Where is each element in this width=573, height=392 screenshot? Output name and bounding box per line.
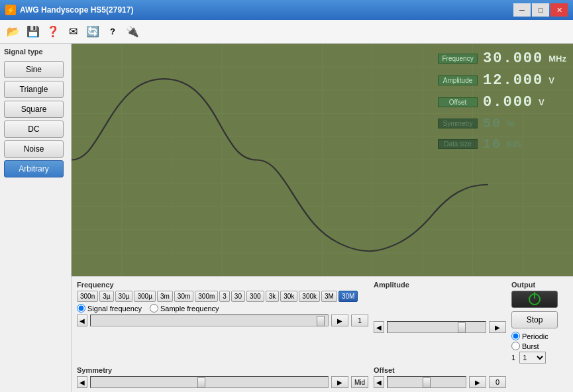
open-button[interactable]: 📂	[4, 23, 23, 41]
amplitude-section: Amplitude ◀ ▶	[374, 281, 506, 333]
sym-section-label: Symmetry	[77, 366, 368, 374]
network-button[interactable]: 🔌	[123, 23, 142, 41]
minimize-button[interactable]: ─	[513, 3, 531, 17]
signal-noise-button[interactable]: Noise	[4, 140, 64, 158]
symmetry-info-row: Symmetry 50 %	[438, 116, 566, 131]
off-slider-right-btn[interactable]: ▶	[469, 376, 486, 388]
freq-3m-btn[interactable]: 3m	[157, 291, 173, 302]
freq-30m-btn[interactable]: 30m	[174, 291, 193, 302]
freq-300-btn[interactable]: 300	[246, 291, 264, 302]
symmetry-label: Symmetry	[438, 119, 478, 128]
symmetry-unit: %	[507, 119, 515, 128]
amp-slider-left-arrow[interactable]: ◀	[374, 321, 384, 333]
freq-300u-btn[interactable]: 300µ	[134, 291, 155, 302]
email-button[interactable]: ✉	[64, 23, 82, 41]
maximize-button[interactable]: □	[532, 3, 549, 17]
sample-freq-radio[interactable]	[150, 304, 158, 313]
burst-radio-label[interactable]: Burst	[511, 342, 539, 350]
freq-slider-track[interactable]	[90, 315, 329, 326]
power-icon	[529, 293, 541, 305]
off-slider-left-arrow[interactable]: ◀	[374, 376, 384, 388]
sample-freq-radio-label[interactable]: Sample frequency	[150, 304, 219, 313]
frequency-section: Frequency 300n 3µ 30µ 300µ 3m 30m 300m 3…	[77, 281, 368, 326]
waveform-path	[72, 79, 488, 251]
power-button[interactable]	[511, 291, 558, 308]
burst-radio[interactable]	[511, 342, 520, 350]
periodic-label: Periodic	[522, 332, 548, 340]
main-container: Signal type Sine Triangle Square DC Nois…	[0, 44, 573, 392]
periodic-radio-label[interactable]: Periodic	[511, 332, 568, 340]
burst-label: Burst	[522, 342, 539, 350]
symmetry-section: Symmetry ◀ ▶ Mid	[77, 366, 368, 388]
title-bar: ⚡ AWG Handyscope HS5(27917) ─ □ ✕	[0, 0, 573, 20]
burst-value-display: 1	[511, 354, 515, 362]
freq-radio-group: Signal frequency Sample frequency	[77, 304, 368, 313]
signal-freq-radio-label[interactable]: Signal frequency	[77, 304, 142, 313]
freq-3-btn[interactable]: 3	[219, 291, 230, 302]
frequency-unit: MHz	[548, 54, 566, 64]
off-slider-track[interactable]	[387, 376, 466, 388]
offset-section: Offset ◀ ▶ 0	[374, 366, 506, 388]
freq-30m-active-btn[interactable]: 30M	[339, 291, 358, 302]
close-button[interactable]: ✕	[550, 3, 568, 17]
off-section-label: Offset	[374, 366, 506, 374]
save-button[interactable]: 💾	[24, 23, 42, 41]
signal-freq-radio[interactable]	[77, 304, 85, 313]
amplitude-value: 12.000	[483, 72, 543, 89]
signal-sine-button[interactable]: Sine	[4, 61, 64, 78]
help2-button[interactable]: ❓	[44, 23, 62, 41]
amplitude-info-row: Amplitude 12.000 V	[438, 72, 566, 89]
controls-row1: Frequency 300n 3µ 30µ 300µ 3m 30m 300m 3…	[77, 281, 568, 364]
signal-type-label: Signal type	[4, 48, 67, 56]
sym-slider-thumb[interactable]	[197, 377, 205, 388]
sym-slider-left-arrow[interactable]: ◀	[77, 376, 87, 388]
amp-slider-right-btn[interactable]: ▶	[489, 321, 506, 333]
freq-30k-btn[interactable]: 30k	[280, 291, 297, 302]
amp-slider-thumb[interactable]	[458, 322, 466, 333]
help-button[interactable]: ?	[103, 23, 122, 41]
freq-300k-btn[interactable]: 300k	[299, 291, 320, 302]
freq-300m-btn[interactable]: 300m	[195, 291, 218, 302]
freq-300n-btn[interactable]: 300n	[77, 291, 98, 302]
amp-slider-track[interactable]	[387, 321, 486, 333]
freq-section-label: Frequency	[77, 281, 368, 289]
bottom-controls: Frequency 300n 3µ 30µ 300µ 3m 30m 300m 3…	[72, 276, 573, 392]
freq-3k-btn[interactable]: 3k	[266, 291, 280, 302]
sym-mid-btn[interactable]: Mid	[351, 376, 368, 388]
freq-slider-num-btn[interactable]: 1	[351, 315, 368, 326]
signal-dc-button[interactable]: DC	[4, 121, 64, 138]
signal-square-button[interactable]: Square	[4, 101, 64, 118]
freq-30u-btn[interactable]: 30µ	[115, 291, 133, 302]
toolbar: 📂 💾 ❓ ✉ 🔄 ? 🔌	[0, 20, 573, 44]
signal-triangle-button[interactable]: Triangle	[4, 81, 64, 98]
amp-slider-row: ◀ ▶	[374, 321, 506, 333]
refresh-button[interactable]: 🔄	[83, 23, 102, 41]
oscilloscope-display: Frequency 30.000 MHz Amplitude 12.000 V …	[72, 44, 573, 276]
datasize-unit: KiS	[507, 139, 521, 149]
sym-slider-track[interactable]	[90, 376, 329, 388]
freq-slider-thumb[interactable]	[317, 316, 325, 326]
sym-slider-right-btn[interactable]: ▶	[331, 376, 348, 388]
sym-slider-row: ◀ ▶ Mid	[77, 376, 368, 388]
datasize-value: 16	[483, 136, 501, 152]
window-controls: ─ □ ✕	[513, 3, 568, 17]
freq-slider-right-btn[interactable]: ▶	[331, 315, 348, 326]
burst-select[interactable]: 1 2 5 10	[519, 352, 546, 364]
frequency-label[interactable]: Frequency	[438, 54, 478, 64]
center-panel: Frequency 30.000 MHz Amplitude 12.000 V …	[72, 44, 573, 392]
stop-button[interactable]: Stop	[511, 311, 558, 328]
off-slider-row: ◀ ▶ 0	[374, 376, 506, 388]
off-slider-num-btn[interactable]: 0	[489, 376, 506, 388]
freq-3u-btn[interactable]: 3µ	[99, 291, 113, 302]
amplitude-label[interactable]: Amplitude	[438, 75, 478, 85]
freq-3m-upper-btn[interactable]: 3M	[321, 291, 337, 302]
output-radio-group: Periodic Burst 1 1 2	[511, 332, 568, 364]
offset-label[interactable]: Offset	[438, 97, 478, 107]
freq-30-btn[interactable]: 30	[231, 291, 245, 302]
periodic-radio[interactable]	[511, 332, 520, 340]
controls-row2: Symmetry ◀ ▶ Mid Offset ◀	[77, 366, 568, 388]
off-slider-thumb[interactable]	[423, 377, 431, 388]
datasize-info-row: Data size 16 KiS	[438, 136, 566, 152]
freq-slider-left-arrow[interactable]: ◀	[77, 315, 87, 326]
signal-arbitrary-button[interactable]: Arbitrary	[4, 160, 64, 177]
